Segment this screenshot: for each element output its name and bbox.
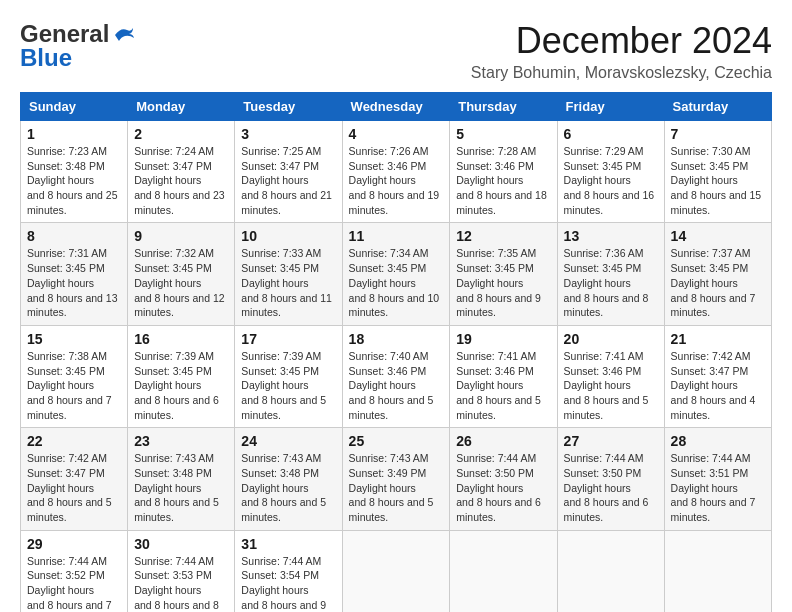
calendar-week-row: 29 Sunrise: 7:44 AM Sunset: 3:52 PM Dayl… — [21, 530, 772, 612]
logo-bird-icon — [113, 25, 135, 43]
day-info: Sunrise: 7:40 AM Sunset: 3:46 PM Dayligh… — [349, 349, 444, 422]
day-info: Sunrise: 7:44 AM Sunset: 3:50 PM Dayligh… — [564, 451, 658, 524]
calendar-cell: 20 Sunrise: 7:41 AM Sunset: 3:46 PM Dayl… — [557, 325, 664, 427]
day-info: Sunrise: 7:25 AM Sunset: 3:47 PM Dayligh… — [241, 144, 335, 217]
calendar-cell: 1 Sunrise: 7:23 AM Sunset: 3:48 PM Dayli… — [21, 121, 128, 223]
day-number: 11 — [349, 228, 444, 244]
logo-blue: Blue — [20, 44, 72, 72]
calendar-cell: 14 Sunrise: 7:37 AM Sunset: 3:45 PM Dayl… — [664, 223, 771, 325]
day-info: Sunrise: 7:31 AM Sunset: 3:45 PM Dayligh… — [27, 246, 121, 319]
calendar-header-friday: Friday — [557, 93, 664, 121]
calendar-cell: 15 Sunrise: 7:38 AM Sunset: 3:45 PM Dayl… — [21, 325, 128, 427]
day-number: 31 — [241, 536, 335, 552]
calendar-cell — [664, 530, 771, 612]
day-info: Sunrise: 7:32 AM Sunset: 3:45 PM Dayligh… — [134, 246, 228, 319]
day-number: 20 — [564, 331, 658, 347]
calendar-header-tuesday: Tuesday — [235, 93, 342, 121]
day-info: Sunrise: 7:30 AM Sunset: 3:45 PM Dayligh… — [671, 144, 765, 217]
calendar-cell: 23 Sunrise: 7:43 AM Sunset: 3:48 PM Dayl… — [128, 428, 235, 530]
day-number: 25 — [349, 433, 444, 449]
day-number: 18 — [349, 331, 444, 347]
calendar-header-monday: Monday — [128, 93, 235, 121]
day-number: 24 — [241, 433, 335, 449]
calendar-header-row: SundayMondayTuesdayWednesdayThursdayFrid… — [21, 93, 772, 121]
logo: General Blue — [20, 20, 135, 72]
calendar-cell — [557, 530, 664, 612]
calendar-cell: 18 Sunrise: 7:40 AM Sunset: 3:46 PM Dayl… — [342, 325, 450, 427]
day-info: Sunrise: 7:41 AM Sunset: 3:46 PM Dayligh… — [564, 349, 658, 422]
day-number: 5 — [456, 126, 550, 142]
day-number: 27 — [564, 433, 658, 449]
calendar-cell: 3 Sunrise: 7:25 AM Sunset: 3:47 PM Dayli… — [235, 121, 342, 223]
day-info: Sunrise: 7:42 AM Sunset: 3:47 PM Dayligh… — [671, 349, 765, 422]
calendar-cell: 13 Sunrise: 7:36 AM Sunset: 3:45 PM Dayl… — [557, 223, 664, 325]
calendar-cell: 8 Sunrise: 7:31 AM Sunset: 3:45 PM Dayli… — [21, 223, 128, 325]
day-info: Sunrise: 7:36 AM Sunset: 3:45 PM Dayligh… — [564, 246, 658, 319]
calendar-cell: 11 Sunrise: 7:34 AM Sunset: 3:45 PM Dayl… — [342, 223, 450, 325]
month-title: December 2024 — [471, 20, 772, 62]
day-number: 15 — [27, 331, 121, 347]
calendar-week-row: 8 Sunrise: 7:31 AM Sunset: 3:45 PM Dayli… — [21, 223, 772, 325]
calendar-cell: 19 Sunrise: 7:41 AM Sunset: 3:46 PM Dayl… — [450, 325, 557, 427]
calendar-cell: 27 Sunrise: 7:44 AM Sunset: 3:50 PM Dayl… — [557, 428, 664, 530]
calendar-cell: 5 Sunrise: 7:28 AM Sunset: 3:46 PM Dayli… — [450, 121, 557, 223]
calendar-header-thursday: Thursday — [450, 93, 557, 121]
day-info: Sunrise: 7:39 AM Sunset: 3:45 PM Dayligh… — [134, 349, 228, 422]
day-info: Sunrise: 7:39 AM Sunset: 3:45 PM Dayligh… — [241, 349, 335, 422]
day-number: 13 — [564, 228, 658, 244]
calendar-header-wednesday: Wednesday — [342, 93, 450, 121]
calendar-week-row: 15 Sunrise: 7:38 AM Sunset: 3:45 PM Dayl… — [21, 325, 772, 427]
day-number: 7 — [671, 126, 765, 142]
calendar-cell — [450, 530, 557, 612]
day-info: Sunrise: 7:34 AM Sunset: 3:45 PM Dayligh… — [349, 246, 444, 319]
calendar-cell: 12 Sunrise: 7:35 AM Sunset: 3:45 PM Dayl… — [450, 223, 557, 325]
day-number: 23 — [134, 433, 228, 449]
calendar-cell: 4 Sunrise: 7:26 AM Sunset: 3:46 PM Dayli… — [342, 121, 450, 223]
day-number: 29 — [27, 536, 121, 552]
calendar-cell: 21 Sunrise: 7:42 AM Sunset: 3:47 PM Dayl… — [664, 325, 771, 427]
day-number: 10 — [241, 228, 335, 244]
calendar-cell: 16 Sunrise: 7:39 AM Sunset: 3:45 PM Dayl… — [128, 325, 235, 427]
day-info: Sunrise: 7:29 AM Sunset: 3:45 PM Dayligh… — [564, 144, 658, 217]
calendar-cell: 28 Sunrise: 7:44 AM Sunset: 3:51 PM Dayl… — [664, 428, 771, 530]
calendar-cell: 30 Sunrise: 7:44 AM Sunset: 3:53 PM Dayl… — [128, 530, 235, 612]
calendar-week-row: 1 Sunrise: 7:23 AM Sunset: 3:48 PM Dayli… — [21, 121, 772, 223]
day-number: 14 — [671, 228, 765, 244]
calendar-cell: 26 Sunrise: 7:44 AM Sunset: 3:50 PM Dayl… — [450, 428, 557, 530]
day-info: Sunrise: 7:33 AM Sunset: 3:45 PM Dayligh… — [241, 246, 335, 319]
day-number: 3 — [241, 126, 335, 142]
day-info: Sunrise: 7:43 AM Sunset: 3:49 PM Dayligh… — [349, 451, 444, 524]
calendar: SundayMondayTuesdayWednesdayThursdayFrid… — [20, 92, 772, 612]
day-info: Sunrise: 7:38 AM Sunset: 3:45 PM Dayligh… — [27, 349, 121, 422]
day-info: Sunrise: 7:28 AM Sunset: 3:46 PM Dayligh… — [456, 144, 550, 217]
calendar-header-saturday: Saturday — [664, 93, 771, 121]
calendar-cell: 6 Sunrise: 7:29 AM Sunset: 3:45 PM Dayli… — [557, 121, 664, 223]
calendar-cell — [342, 530, 450, 612]
calendar-cell: 31 Sunrise: 7:44 AM Sunset: 3:54 PM Dayl… — [235, 530, 342, 612]
day-info: Sunrise: 7:24 AM Sunset: 3:47 PM Dayligh… — [134, 144, 228, 217]
day-number: 19 — [456, 331, 550, 347]
day-number: 21 — [671, 331, 765, 347]
day-info: Sunrise: 7:43 AM Sunset: 3:48 PM Dayligh… — [241, 451, 335, 524]
day-info: Sunrise: 7:37 AM Sunset: 3:45 PM Dayligh… — [671, 246, 765, 319]
calendar-week-row: 22 Sunrise: 7:42 AM Sunset: 3:47 PM Dayl… — [21, 428, 772, 530]
day-number: 28 — [671, 433, 765, 449]
day-number: 4 — [349, 126, 444, 142]
day-info: Sunrise: 7:42 AM Sunset: 3:47 PM Dayligh… — [27, 451, 121, 524]
title-area: December 2024 Stary Bohumin, Moravskosle… — [471, 20, 772, 82]
calendar-cell: 2 Sunrise: 7:24 AM Sunset: 3:47 PM Dayli… — [128, 121, 235, 223]
calendar-cell: 25 Sunrise: 7:43 AM Sunset: 3:49 PM Dayl… — [342, 428, 450, 530]
day-number: 1 — [27, 126, 121, 142]
day-info: Sunrise: 7:26 AM Sunset: 3:46 PM Dayligh… — [349, 144, 444, 217]
day-info: Sunrise: 7:41 AM Sunset: 3:46 PM Dayligh… — [456, 349, 550, 422]
day-info: Sunrise: 7:43 AM Sunset: 3:48 PM Dayligh… — [134, 451, 228, 524]
day-info: Sunrise: 7:44 AM Sunset: 3:54 PM Dayligh… — [241, 554, 335, 612]
day-info: Sunrise: 7:23 AM Sunset: 3:48 PM Dayligh… — [27, 144, 121, 217]
day-number: 17 — [241, 331, 335, 347]
day-number: 30 — [134, 536, 228, 552]
page-header: General Blue December 2024 Stary Bohumin… — [20, 20, 772, 82]
calendar-cell: 22 Sunrise: 7:42 AM Sunset: 3:47 PM Dayl… — [21, 428, 128, 530]
day-number: 12 — [456, 228, 550, 244]
day-info: Sunrise: 7:44 AM Sunset: 3:52 PM Dayligh… — [27, 554, 121, 612]
day-number: 16 — [134, 331, 228, 347]
